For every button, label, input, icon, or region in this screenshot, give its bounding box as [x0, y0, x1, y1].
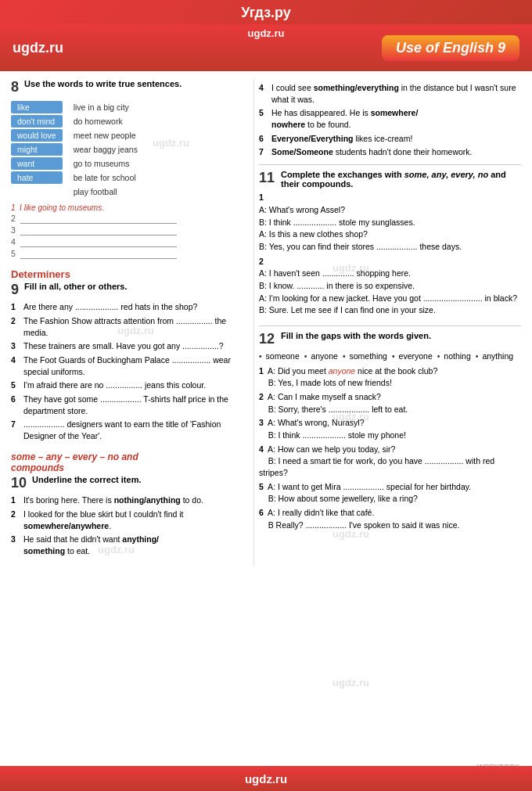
ex11-list: 1 A: What's wrong Assel? B: I think ....… — [259, 192, 521, 316]
word-late: be late for school — [72, 171, 139, 184]
ex8-instruction: Use the words to write true sentences. — [24, 79, 182, 88]
logo-center: ugdz.ru — [248, 27, 285, 39]
ex10-right-6: 6 Everyone/Everything likes ice-cream! — [259, 133, 521, 145]
ex10-list: 1 It's boring here. There is nothing/any… — [11, 494, 246, 556]
ex8-example: 1 I like going to museums. — [11, 203, 104, 212]
left-column: 8 Use the words to write true sentences.… — [11, 79, 253, 566]
ex9-item-5: 5I'm afraid there are no ...............… — [11, 379, 246, 391]
some-any-title: some – any – every – no andcompounds — [11, 451, 246, 473]
exercise-10: 10 Underline the correct item. 1 It's bo… — [11, 475, 246, 557]
ex10-bold-anything: anything/something — [23, 534, 159, 555]
ex12-italic-anyone: anyone — [329, 366, 355, 376]
right-column: 4 I could see something/everything in th… — [253, 79, 521, 566]
ex9-num: 9 — [11, 282, 19, 299]
ex12-item-3: 3 A: What's wrong, Nurasyl? B: I think .… — [259, 417, 521, 440]
ex12-list: 1 A: Did you meet anyone nice at the boo… — [259, 365, 521, 531]
ex12-header: 12 Fill in the gaps with the words given… — [259, 331, 521, 348]
bullet-nothing: nothing — [437, 351, 471, 361]
watermark-7: ugdz.ru — [332, 677, 369, 689]
word-meet: meet new people — [72, 129, 139, 142]
word-dont-mind: don't mind — [11, 115, 63, 128]
ex8-num: 8 — [11, 79, 19, 96]
bullet-something: something — [343, 351, 387, 361]
ex10-item-3: 3 He said that he didn't want anything/s… — [11, 534, 246, 556]
determiners-title: Determiners — [11, 268, 246, 280]
word-might: might — [11, 143, 63, 156]
ex11-item-2: 2 A: I haven't seen .............. shopp… — [259, 256, 521, 316]
ex10-bold-nothing: nothing/anything — [114, 495, 181, 505]
ex8-line-3: 3 — [11, 225, 246, 236]
ex10-num: 10 — [11, 475, 27, 492]
site-title: Угдз.ру — [241, 5, 291, 20]
ex9-item-7: 7.................. designers want to ea… — [11, 419, 246, 441]
ex8-line-2: 2 — [11, 214, 246, 224]
bullet-anything: anything — [476, 351, 513, 361]
ex12-num: 12 — [259, 331, 275, 348]
ex10-instruction: Underline the correct item. — [32, 475, 141, 484]
ex9-list: 1Are there any ................... red h… — [11, 301, 246, 442]
word-homework: do homework — [72, 115, 139, 128]
ex10r-bold3: Everyone/Everything — [271, 134, 353, 143]
ex11-item-1: 1 A: What's wrong Assel? B: I think ....… — [259, 192, 521, 252]
word-live: live in a big city — [72, 101, 139, 113]
ex8-words-right: live in a big city do homework meet new … — [72, 101, 139, 198]
divider-1 — [259, 164, 521, 165]
ex10-right-4: 4 I could see something/everything in th… — [259, 82, 521, 105]
ex12-item-6: 6 A: I really didn't like that café. B R… — [259, 507, 521, 530]
ex8-word-columns: like don't mind would love might want ha… — [11, 101, 246, 198]
ex10r-bold1: something/everything — [314, 83, 399, 92]
bottom-bar: ugdz.ru — [0, 766, 532, 791]
word-wear: wear baggy jeans — [72, 143, 139, 156]
ex11-num: 11 — [259, 170, 275, 187]
word-like: like — [11, 101, 63, 113]
word-would-love: would love — [11, 129, 63, 142]
header-strip: ugdz.ru ugdz.ru Use of English 9 — [0, 24, 532, 71]
ex8-line-5: 5 — [11, 249, 246, 259]
ex10-item-2: 2 I looked for the blue skirt but I coul… — [11, 509, 246, 531]
ex9-instruction: Fill in all, other or others. — [24, 282, 127, 291]
ex12-item-4: 4 A: How can we help you today, sir? B: … — [259, 444, 521, 479]
exercise-8: 8 Use the words to write true sentences.… — [11, 79, 246, 259]
ex9-item-6: 6They have got some .................. T… — [11, 394, 246, 416]
ex11-header: 11 Complete the exchanges with some, any… — [259, 170, 521, 189]
word-want: want — [11, 157, 63, 170]
exercise-12: 12 Fill in the gaps with the words given… — [259, 331, 521, 531]
ex9-item-3: 3These trainers are small. Have you got … — [11, 340, 246, 352]
ex12-item-5: 5 A: I want to get Mira ................… — [259, 481, 521, 505]
ex8-words-left: like don't mind would love might want ha… — [11, 101, 63, 198]
page: Угдз.ру ugdz.ru ugdz.ru Use of English 9… — [0, 0, 532, 791]
exercise-11: 11 Complete the exchanges with some, any… — [259, 170, 521, 316]
ex12-instruction: Fill in the gaps with the words given. — [281, 331, 431, 340]
ex9-item-2: 2The Fashion Show attracts attention fro… — [11, 315, 246, 338]
ex10-bold-somewhere: somewhere/anywhere — [23, 521, 109, 530]
logo-left: ugdz.ru — [13, 40, 63, 56]
ex8-line-1: 1 I like going to museums. — [11, 203, 246, 212]
ex9-item-4: 4The Foot Guards of Buckingham Palace ..… — [11, 354, 246, 377]
bottom-logo: ugdz.ru — [245, 772, 287, 786]
ex9-item-1: 1Are there any ................... red h… — [11, 301, 246, 313]
ex9-header: 9 Fill in all, other or others. — [11, 282, 246, 299]
ex12-item-2: 2 A: Can I make myself a snack? B: Sorry… — [259, 391, 521, 415]
ex12-bullets: someone anyone something everyone nothin… — [259, 351, 521, 361]
ex10-right-list: 4 I could see something/everything in th… — [259, 82, 521, 158]
top-bar: Угдз.ру — [0, 0, 532, 24]
ex10-right-5: 5 He has disappeared. He is somewhere/no… — [259, 107, 521, 130]
ex11-instruction: Complete the exchanges with some, any, e… — [281, 170, 521, 189]
divider-2 — [259, 325, 521, 326]
ex8-header: 8 Use the words to write true sentences. — [11, 79, 246, 96]
ex10-header: 10 Underline the correct item. — [11, 475, 246, 492]
ex10r-bold2: somewhere/nowhere — [271, 108, 418, 129]
content-area: 8 Use the words to write true sentences.… — [0, 71, 532, 574]
word-museums: go to museums — [72, 157, 139, 170]
ex12-item-1: 1 A: Did you meet anyone nice at the boo… — [259, 365, 521, 389]
ex10-item-1: 1 It's boring here. There is nothing/any… — [11, 494, 246, 506]
ex10-right-7: 7 Some/Someone students hadn't done thei… — [259, 146, 521, 158]
bullet-someone: someone — [259, 351, 300, 361]
bullet-anyone: anyone — [304, 351, 338, 361]
exercise-9: 9 Fill in all, other or others. 1Are the… — [11, 282, 246, 442]
bullet-everyone: everyone — [392, 351, 433, 361]
ex8-line-4: 4 — [11, 237, 246, 247]
use-of-english-badge: Use of English 9 — [382, 35, 519, 61]
ex10r-bold4: Some/Someone — [271, 147, 333, 156]
word-hate: hate — [11, 171, 63, 184]
